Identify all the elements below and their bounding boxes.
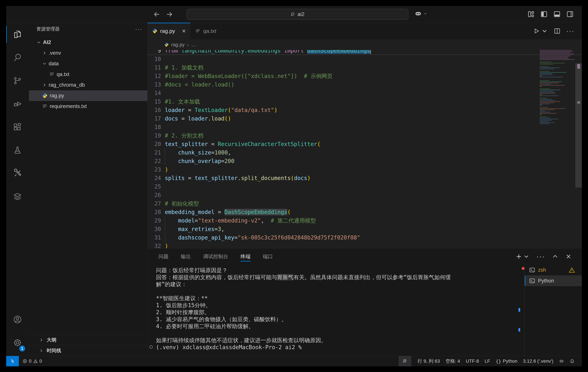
code-line-13[interactable]: 13#docs = loader.load() (147, 80, 538, 89)
code-line-14[interactable]: 14 (147, 89, 538, 97)
code-line-10[interactable]: 10 (147, 55, 538, 63)
code-line-30[interactable]: 30 max_retries=3, (147, 225, 538, 233)
tree-item--venv[interactable]: .venv (29, 48, 147, 58)
chevron-down-icon (42, 61, 47, 66)
terminal-icon (529, 267, 535, 273)
toggle-panel-icon[interactable] (553, 10, 561, 18)
close-icon[interactable]: × (182, 28, 186, 35)
tree-item-requirements-txt[interactable]: requirements.txt (29, 101, 147, 112)
code-line-27[interactable]: 27# 初始化模型 (147, 199, 538, 208)
activity-item-run-debug[interactable] (6, 92, 29, 115)
maximize-panel-icon[interactable] (552, 253, 558, 260)
scrollbar-thumb[interactable] (575, 63, 582, 188)
activity-item-layers[interactable] (6, 185, 29, 208)
code-line-11[interactable]: 11# 1. 加载文档 (147, 63, 538, 72)
breadcrumb-file[interactable]: rag.py (171, 42, 185, 47)
search-icon (13, 53, 22, 62)
code-line-23[interactable]: 23) (147, 165, 538, 174)
code-line-16[interactable]: 16loader = TextLoader("data/qa.txt") (147, 106, 538, 114)
back-arrow-icon[interactable] (153, 10, 161, 18)
line-number: 27 (147, 199, 161, 208)
command-center-search[interactable]: ai2 (187, 9, 408, 20)
command-decoration-circle[interactable] (149, 345, 153, 349)
tree-item-data[interactable]: data (29, 58, 147, 69)
close-panel-icon[interactable] (565, 253, 572, 260)
editor-actions: ··· (533, 23, 575, 39)
editor-scrollbar[interactable] (575, 50, 582, 248)
more-actions-icon[interactable]: ··· (536, 252, 545, 261)
code-line-24[interactable]: 24splits = text_splitter.split_documents… (147, 174, 538, 182)
more-actions-icon[interactable]: ··· (566, 27, 575, 35)
breadcrumb-symbol[interactable]: … (191, 42, 196, 47)
tree-item-qa-txt[interactable]: qa.txt (29, 69, 147, 80)
terminal-instance-zsh[interactable]: zsh (525, 265, 582, 275)
forward-arrow-icon[interactable] (165, 10, 173, 18)
toggle-secondary-sidebar-icon[interactable] (566, 10, 574, 18)
activity-item-testing[interactable] (6, 138, 29, 162)
panel-tab-终端[interactable]: 终端 (241, 248, 251, 265)
activity-item-extensions[interactable] (6, 115, 29, 138)
code-line-17[interactable]: 17docs = loader.load() (147, 114, 538, 123)
tab-qa.txt[interactable]: qa.txt (190, 23, 221, 39)
new-terminal-icon[interactable]: + (516, 253, 530, 260)
problems-status[interactable]: 0 0 (22, 359, 42, 364)
panel-tab-问题[interactable]: 问题 (158, 248, 168, 265)
toggle-primary-sidebar-icon[interactable] (540, 10, 548, 18)
terminal-instance-python[interactable]: Python (525, 275, 582, 286)
terminal-output[interactable]: 问题：饭后经常打嗝原因是？回答：根据提供的文档内容，饭后经常打嗝可能与胃胀气有关… (147, 265, 525, 356)
code-line-28[interactable]: 28embedding_model = DashScopeEmbeddings( (147, 208, 538, 216)
code-editor[interactable]: 9from langchain_community.embeddings imp… (147, 50, 582, 248)
customize-layout-icon[interactable] (527, 10, 535, 18)
cursor-position[interactable]: 行 9, 列 63 (415, 356, 443, 366)
zoom-status-icon[interactable] (399, 356, 411, 366)
terminal-line (156, 330, 525, 337)
code-line-22[interactable]: 22 chunk_overlap=200 (147, 157, 538, 165)
more-actions-icon[interactable]: ··· (135, 26, 142, 32)
activity-item-source-control[interactable] (6, 69, 29, 92)
eol[interactable]: LF (482, 356, 493, 366)
sidebar-section-大纲[interactable]: 大纲 (29, 334, 147, 345)
code-line-32[interactable]: 32) (147, 242, 538, 248)
code-line-26[interactable]: 26 (147, 191, 538, 199)
tree-item-rag-chroma-db[interactable]: rag_chroma_db (29, 80, 147, 90)
code-line-9[interactable]: 9from langchain_community.embeddings imp… (147, 50, 538, 55)
indentation[interactable]: 空格: 4 (443, 356, 463, 366)
tab-rag.py[interactable]: rag.py× (147, 23, 190, 39)
panel-tab-输出[interactable]: 输出 (181, 248, 191, 265)
code-line-25[interactable]: 25 (147, 182, 538, 191)
file-tree: AI2.venvdataqa.txtrag_chroma_dbrag.pyreq… (29, 37, 147, 112)
code-line-15[interactable]: 15#1. 文本加载 (147, 97, 538, 106)
language-mode[interactable]: {} Python (493, 356, 520, 366)
panel-tab-调试控制台[interactable]: 调试控制台 (203, 248, 228, 265)
copilot-status-icon[interactable] (556, 356, 567, 366)
run-python-file-icon[interactable] (533, 28, 548, 34)
code-line-19[interactable]: 19# 2. 分割文档 (147, 131, 538, 140)
minimap[interactable] (538, 50, 575, 248)
remote-indicator[interactable] (6, 356, 19, 366)
notifications-bell-icon[interactable] (567, 356, 578, 366)
sidebar-section-时间线[interactable]: 时间线 (29, 345, 147, 356)
activity-item-explorer[interactable] (6, 23, 29, 46)
panel-tab-端口[interactable]: 端口 (263, 248, 273, 265)
encoding[interactable]: UTF-8 (463, 356, 482, 366)
terminal-alert-dot (522, 267, 524, 270)
activity-item-settings[interactable]: 1 (6, 331, 29, 354)
line-number: 10 (147, 55, 161, 63)
breadcrumb[interactable]: rag.py › … (147, 39, 582, 50)
python-interpreter[interactable]: 3.12.6 ('.venv') (520, 356, 556, 366)
code-line-12[interactable]: 12#loader = WebBaseLoader(["xdclass.net"… (147, 72, 538, 80)
tree-item-rag-py[interactable]: rag.py (29, 90, 147, 101)
activity-item-tools[interactable] (6, 162, 29, 185)
code-line-29[interactable]: 29 model="text-embedding-v2", # 第二代通用模型 (147, 216, 538, 225)
copilot-icon[interactable] (414, 10, 427, 18)
activity-item-search[interactable] (6, 46, 29, 69)
code-line-31[interactable]: 31 dashscope_api_key="sk-005c3c25f6d0428… (147, 233, 538, 242)
code-line-21[interactable]: 21 chunk_size=1000, (147, 148, 538, 157)
activity-item-account[interactable] (6, 308, 29, 331)
split-editor-icon[interactable] (554, 28, 561, 34)
code-line-18[interactable]: 18 (147, 123, 538, 131)
tree-item-ai2[interactable]: AI2 (29, 37, 147, 48)
tab-label: rag.py (160, 28, 175, 34)
code-line-20[interactable]: 20text_splitter = RecursiveCharacterText… (147, 140, 538, 148)
sidebar-sections: 大纲时间线 (29, 334, 147, 356)
